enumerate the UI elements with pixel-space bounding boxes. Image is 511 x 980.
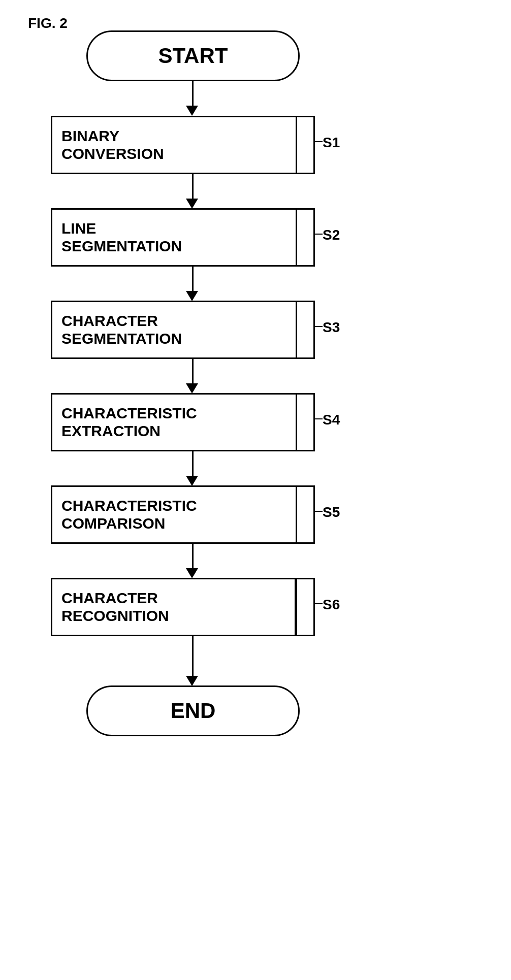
s6-connector — [315, 603, 323, 604]
lineseg-line2: SEGMENTATION — [61, 238, 286, 255]
start-label: START — [158, 44, 228, 68]
arrow5-head — [186, 476, 198, 486]
arrow6-line — [192, 544, 194, 572]
charseg-line2: SEGMENTATION — [61, 330, 286, 348]
figure-label: FIG. 2 — [28, 15, 68, 31]
s5-connector — [315, 511, 323, 512]
binary-conversion-node: BINARY CONVERSION — [51, 116, 315, 174]
flowchart-diagram: FIG. 2 START BINARY CONVERSION S1 LINE S… — [0, 0, 511, 980]
arrow7-head — [186, 676, 198, 686]
char-extraction-node: CHARACTERISTIC EXTRACTION — [51, 393, 315, 451]
arrow2-head — [186, 199, 198, 209]
arrow3-head — [186, 291, 198, 301]
char-comparison-node: CHARACTERISTIC COMPARISON — [51, 485, 315, 544]
line-segmentation-node: LINE SEGMENTATION — [51, 208, 315, 267]
binary-line2: CONVERSION — [61, 145, 286, 163]
extract-line1: CHARACTERISTIC — [61, 405, 286, 422]
s1-connector — [315, 141, 323, 142]
recog-line1: CHARACTER — [61, 590, 285, 607]
arrow3-line — [192, 267, 194, 295]
lineseg-line1: LINE — [61, 220, 286, 238]
char-segmentation-node: CHARACTER SEGMENTATION — [51, 301, 315, 359]
char-recognition-node: CHARACTER RECOGNITION — [51, 578, 315, 636]
end-node: END — [86, 685, 300, 736]
recog-line2: RECOGNITION — [61, 607, 285, 625]
arrow4-line — [192, 359, 194, 387]
charseg-line1: CHARACTER — [61, 312, 286, 330]
arrow1-head — [186, 106, 198, 116]
arrow6-head — [186, 568, 198, 578]
start-node: START — [86, 30, 300, 81]
arrow5-line — [192, 451, 194, 479]
compare-line2: COMPARISON — [61, 515, 286, 533]
arrow1-line — [192, 81, 194, 109]
s2-connector — [315, 234, 323, 235]
arrow4-head — [186, 383, 198, 394]
compare-line1: CHARACTERISTIC — [61, 497, 286, 515]
arrow7-line — [192, 636, 194, 679]
s4-connector — [315, 418, 323, 419]
arrow2-line — [192, 174, 194, 202]
s3-connector — [315, 326, 323, 327]
binary-line1: BINARY — [61, 127, 286, 145]
extract-line2: EXTRACTION — [61, 422, 286, 440]
end-label: END — [171, 699, 216, 723]
